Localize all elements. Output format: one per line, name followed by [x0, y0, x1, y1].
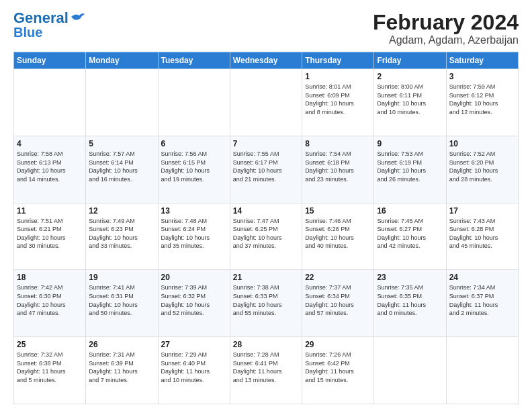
day-number: 23 — [377, 273, 443, 282]
day-info: Sunrise: 7:47 AM Sunset: 6:25 PM Dayligh… — [233, 217, 299, 250]
day-info: Sunrise: 7:38 AM Sunset: 6:33 PM Dayligh… — [233, 283, 299, 317]
calendar-cell: 28Sunrise: 7:28 AM Sunset: 6:41 PM Dayli… — [230, 337, 302, 404]
weekday-header-friday: Friday — [374, 52, 446, 69]
day-number: 1 — [305, 72, 371, 81]
calendar-cell: 22Sunrise: 7:37 AM Sunset: 6:34 PM Dayli… — [302, 270, 374, 337]
week-row-2: 4Sunrise: 7:58 AM Sunset: 6:13 PM Daylig… — [14, 136, 519, 203]
location-subtitle: Agdam, Agdam, Azerbaijan — [373, 34, 519, 46]
month-title: February 2024 — [373, 11, 519, 34]
calendar-cell: 10Sunrise: 7:52 AM Sunset: 6:20 PM Dayli… — [446, 136, 518, 203]
day-info: Sunrise: 7:37 AM Sunset: 6:34 PM Dayligh… — [305, 283, 371, 317]
day-number: 24 — [449, 273, 515, 282]
week-row-5: 25Sunrise: 7:32 AM Sunset: 6:38 PM Dayli… — [14, 337, 519, 404]
calendar-body: 1Sunrise: 8:01 AM Sunset: 6:09 PM Daylig… — [14, 69, 519, 404]
header: General Blue February 2024 Agdam, Agdam,… — [13, 11, 519, 46]
calendar-cell: 7Sunrise: 7:55 AM Sunset: 6:17 PM Daylig… — [230, 136, 302, 203]
day-number: 22 — [305, 273, 371, 282]
weekday-header-row: SundayMondayTuesdayWednesdayThursdayFrid… — [14, 52, 519, 69]
day-number: 29 — [305, 340, 371, 349]
week-row-1: 1Sunrise: 8:01 AM Sunset: 6:09 PM Daylig… — [14, 69, 519, 136]
day-info: Sunrise: 7:55 AM Sunset: 6:17 PM Dayligh… — [233, 150, 299, 183]
day-info: Sunrise: 7:35 AM Sunset: 6:35 PM Dayligh… — [377, 283, 443, 317]
weekday-header-saturday: Saturday — [446, 52, 518, 69]
day-number: 26 — [89, 340, 154, 349]
day-number: 8 — [305, 139, 371, 148]
day-info: Sunrise: 7:52 AM Sunset: 6:20 PM Dayligh… — [449, 150, 515, 183]
day-info: Sunrise: 7:31 AM Sunset: 6:39 PM Dayligh… — [89, 351, 154, 384]
day-number: 15 — [305, 206, 371, 216]
day-number: 7 — [233, 139, 299, 148]
calendar-cell: 29Sunrise: 7:26 AM Sunset: 6:42 PM Dayli… — [302, 337, 374, 404]
calendar-cell: 5Sunrise: 7:57 AM Sunset: 6:14 PM Daylig… — [86, 136, 158, 203]
day-info: Sunrise: 7:46 AM Sunset: 6:26 PM Dayligh… — [305, 217, 371, 250]
day-info: Sunrise: 7:56 AM Sunset: 6:15 PM Dayligh… — [161, 150, 227, 183]
day-number: 10 — [449, 139, 515, 148]
day-info: Sunrise: 7:28 AM Sunset: 6:41 PM Dayligh… — [233, 351, 299, 384]
calendar-cell — [158, 69, 230, 136]
day-info: Sunrise: 7:45 AM Sunset: 6:27 PM Dayligh… — [377, 217, 443, 250]
logo-text: General — [13, 11, 69, 26]
day-info: Sunrise: 7:29 AM Sunset: 6:40 PM Dayligh… — [161, 351, 227, 384]
day-number: 11 — [17, 206, 83, 216]
calendar-cell: 12Sunrise: 7:49 AM Sunset: 6:23 PM Dayli… — [86, 203, 158, 270]
title-block: February 2024 Agdam, Agdam, Azerbaijan — [373, 11, 519, 46]
calendar-cell: 16Sunrise: 7:45 AM Sunset: 6:27 PM Dayli… — [374, 203, 446, 270]
calendar-cell: 11Sunrise: 7:51 AM Sunset: 6:21 PM Dayli… — [14, 203, 86, 270]
calendar-cell: 6Sunrise: 7:56 AM Sunset: 6:15 PM Daylig… — [158, 136, 230, 203]
bird-icon — [70, 11, 85, 24]
week-row-3: 11Sunrise: 7:51 AM Sunset: 6:21 PM Dayli… — [14, 203, 519, 270]
day-info: Sunrise: 7:26 AM Sunset: 6:42 PM Dayligh… — [305, 351, 371, 384]
calendar-cell: 20Sunrise: 7:39 AM Sunset: 6:32 PM Dayli… — [158, 270, 230, 337]
day-info: Sunrise: 7:42 AM Sunset: 6:30 PM Dayligh… — [17, 283, 83, 317]
day-number: 27 — [161, 340, 227, 349]
calendar-cell: 24Sunrise: 7:34 AM Sunset: 6:37 PM Dayli… — [446, 270, 518, 337]
calendar-cell: 21Sunrise: 7:38 AM Sunset: 6:33 PM Dayli… — [230, 270, 302, 337]
calendar-cell: 27Sunrise: 7:29 AM Sunset: 6:40 PM Dayli… — [158, 337, 230, 404]
day-info: Sunrise: 7:34 AM Sunset: 6:37 PM Dayligh… — [449, 283, 515, 317]
weekday-header-tuesday: Tuesday — [158, 52, 230, 69]
day-info: Sunrise: 8:01 AM Sunset: 6:09 PM Dayligh… — [305, 83, 371, 116]
week-row-4: 18Sunrise: 7:42 AM Sunset: 6:30 PM Dayli… — [14, 270, 519, 337]
day-info: Sunrise: 7:59 AM Sunset: 6:12 PM Dayligh… — [449, 83, 515, 116]
day-number: 20 — [161, 273, 227, 282]
weekday-header-sunday: Sunday — [14, 52, 86, 69]
day-number: 14 — [233, 206, 299, 216]
day-info: Sunrise: 7:49 AM Sunset: 6:23 PM Dayligh… — [89, 217, 154, 250]
day-info: Sunrise: 7:51 AM Sunset: 6:21 PM Dayligh… — [17, 217, 83, 250]
calendar-cell — [446, 337, 518, 404]
calendar-cell: 2Sunrise: 8:00 AM Sunset: 6:11 PM Daylig… — [374, 69, 446, 136]
logo-blue: Blue — [13, 26, 42, 39]
day-info: Sunrise: 7:48 AM Sunset: 6:24 PM Dayligh… — [161, 217, 227, 250]
calendar-cell: 18Sunrise: 7:42 AM Sunset: 6:30 PM Dayli… — [14, 270, 86, 337]
day-number: 16 — [377, 206, 443, 216]
day-info: Sunrise: 8:00 AM Sunset: 6:11 PM Dayligh… — [377, 83, 443, 116]
day-info: Sunrise: 7:57 AM Sunset: 6:14 PM Dayligh… — [89, 150, 154, 183]
calendar-header: SundayMondayTuesdayWednesdayThursdayFrid… — [14, 52, 519, 69]
calendar-cell: 13Sunrise: 7:48 AM Sunset: 6:24 PM Dayli… — [158, 203, 230, 270]
calendar-cell: 19Sunrise: 7:41 AM Sunset: 6:31 PM Dayli… — [86, 270, 158, 337]
day-number: 2 — [377, 72, 443, 81]
calendar-cell — [230, 69, 302, 136]
calendar-cell: 3Sunrise: 7:59 AM Sunset: 6:12 PM Daylig… — [446, 69, 518, 136]
day-info: Sunrise: 7:43 AM Sunset: 6:28 PM Dayligh… — [449, 217, 515, 250]
calendar-cell: 14Sunrise: 7:47 AM Sunset: 6:25 PM Dayli… — [230, 203, 302, 270]
day-number: 9 — [377, 139, 443, 148]
calendar-cell: 9Sunrise: 7:53 AM Sunset: 6:19 PM Daylig… — [374, 136, 446, 203]
day-number: 4 — [17, 139, 83, 148]
calendar-cell — [14, 69, 86, 136]
day-number: 21 — [233, 273, 299, 282]
weekday-header-wednesday: Wednesday — [230, 52, 302, 69]
day-number: 17 — [449, 206, 515, 216]
calendar-cell — [374, 337, 446, 404]
calendar-cell: 8Sunrise: 7:54 AM Sunset: 6:18 PM Daylig… — [302, 136, 374, 203]
calendar-cell: 23Sunrise: 7:35 AM Sunset: 6:35 PM Dayli… — [374, 270, 446, 337]
calendar-cell: 4Sunrise: 7:58 AM Sunset: 6:13 PM Daylig… — [14, 136, 86, 203]
day-info: Sunrise: 7:54 AM Sunset: 6:18 PM Dayligh… — [305, 150, 371, 183]
day-number: 6 — [161, 139, 227, 148]
day-number: 12 — [89, 206, 154, 216]
day-info: Sunrise: 7:32 AM Sunset: 6:38 PM Dayligh… — [17, 351, 83, 384]
day-number: 5 — [89, 139, 154, 148]
logo: General Blue — [13, 11, 85, 39]
calendar-cell: 1Sunrise: 8:01 AM Sunset: 6:09 PM Daylig… — [302, 69, 374, 136]
day-number: 18 — [17, 273, 83, 282]
